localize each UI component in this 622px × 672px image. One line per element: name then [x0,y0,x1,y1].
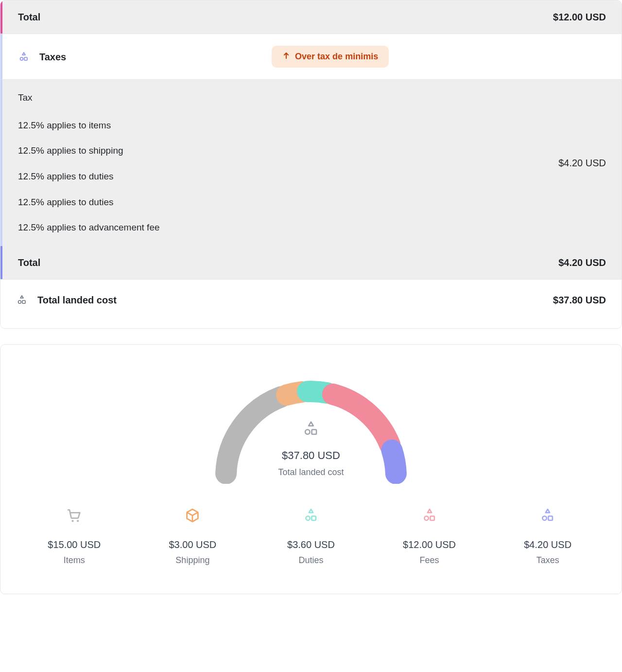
gauge-chart: $37.80 USD Total landed cost [20,372,602,484]
svg-rect-3 [22,301,25,303]
legend-item-items: $15.00 USD Items [20,507,129,566]
svg-point-10 [424,516,429,520]
shapes-icon [257,507,365,527]
cost-breakdown-card: Total $12.00 USD Taxes Over tax de minim… [0,0,622,329]
shapes-icon [375,507,484,527]
svg-point-6 [71,520,73,522]
fees-total-amount: $12.00 USD [553,10,606,24]
shapes-icon [493,507,602,527]
svg-point-12 [543,516,547,520]
total-landed-cost-row: Total landed cost $37.80 USD [0,279,622,328]
legend-amount: $3.00 USD [138,538,247,551]
legend-item-fees: $12.00 USD Fees [375,507,484,566]
cart-icon [20,507,129,527]
svg-point-7 [77,520,79,522]
tax-detail-amount: $4.20 USD [558,156,606,170]
legend-amount: $4.20 USD [493,538,602,551]
svg-point-0 [20,57,23,60]
summary-card: $37.80 USD Total landed cost $15.00 USD … [0,344,622,594]
svg-rect-11 [430,516,434,520]
tax-total-amount: $4.20 USD [558,256,606,269]
tax-total-label: Total [18,256,40,269]
legend-amount: $12.00 USD [375,538,484,551]
tax-line: 12.5% applies to items [18,119,160,132]
tax-de-minimis-badge: Over tax de minimis [272,46,389,68]
arrow-up-icon [282,51,290,63]
shapes-icon [18,51,30,63]
gauge-center: $37.80 USD Total landed cost [204,420,418,478]
box-icon [138,507,247,527]
svg-rect-13 [549,516,553,520]
svg-rect-9 [311,516,316,520]
legend-amount: $3.60 USD [257,538,365,551]
legend-label: Duties [257,554,365,566]
legend: $15.00 USD Items $3.00 USD Shipping [20,507,602,566]
tax-line: 12.5% applies to advancement fee [18,221,160,234]
legend-label: Fees [375,554,484,566]
svg-rect-5 [312,429,317,434]
legend-label: Shipping [138,554,247,566]
legend-amount: $15.00 USD [20,538,129,551]
shapes-icon [204,420,418,442]
legend-label: Taxes [493,554,602,566]
landed-cost-amount: $37.80 USD [553,293,606,307]
fees-total-row: Total $12.00 USD [0,0,622,34]
tax-line: 12.5% applies to duties [18,196,160,209]
taxes-header-row[interactable]: Taxes Over tax de minimis [0,34,622,80]
tax-detail-lines: Tax 12.5% applies to items 12.5% applies… [18,91,160,234]
svg-rect-1 [24,57,27,60]
legend-label: Items [20,554,129,566]
legend-item-shipping: $3.00 USD Shipping [138,507,247,566]
tax-detail-block: Tax 12.5% applies to items 12.5% applies… [0,80,622,246]
legend-item-duties: $3.60 USD Duties [257,507,365,566]
landed-cost-label: Total landed cost [37,293,117,307]
svg-point-4 [305,429,310,434]
legend-item-taxes: $4.20 USD Taxes [493,507,602,566]
tax-line: 12.5% applies to shipping [18,144,160,158]
tax-detail-title: Tax [18,91,160,105]
fees-total-label: Total [18,10,40,24]
tax-line: 12.5% applies to duties [18,170,160,183]
gauge-center-label: Total landed cost [204,466,418,478]
gauge-center-amount: $37.80 USD [204,448,418,463]
taxes-header-label: Taxes [39,50,66,64]
tax-badge-text: Over tax de minimis [295,51,378,63]
svg-point-2 [18,301,21,303]
shapes-icon [16,294,28,306]
tax-total-row: Total $4.20 USD [0,246,622,279]
svg-point-8 [306,516,310,520]
